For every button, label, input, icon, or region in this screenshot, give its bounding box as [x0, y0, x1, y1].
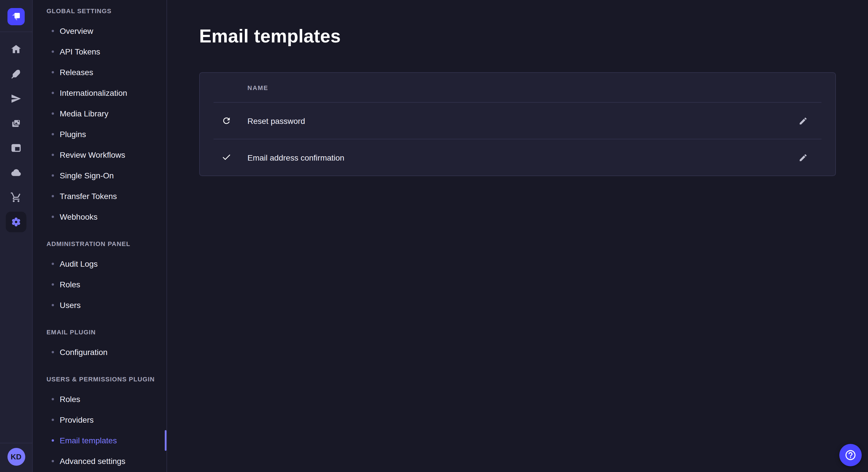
subnav-item-roles[interactable]: Roles — [33, 389, 166, 409]
subnav-item-label: Advanced settings — [60, 457, 125, 466]
subnav-item-users[interactable]: Users — [33, 295, 166, 315]
app-window: KD GLOBAL SETTINGSOverviewAPI TokensRele… — [0, 0, 868, 472]
active-item-indicator — [165, 430, 166, 451]
bullet-icon — [52, 92, 54, 94]
feather-icon — [10, 68, 22, 80]
subnav-item-label: Overview — [60, 26, 93, 36]
subnav-item-label: Internationalization — [60, 88, 127, 98]
subnav-item-media-library[interactable]: Media Library — [33, 103, 166, 124]
rail-item-layout[interactable] — [6, 138, 26, 158]
subnav-item-providers[interactable]: Providers — [33, 409, 166, 430]
bullet-icon — [52, 304, 54, 306]
subnav-item-email-templates[interactable]: Email templates — [33, 430, 166, 451]
subnav-item-label: Webhooks — [60, 212, 98, 222]
home-icon — [10, 43, 22, 55]
settings-gear-icon — [10, 216, 22, 228]
icon-rail: KD — [0, 0, 33, 472]
subnav-item-roles[interactable]: Roles — [33, 274, 166, 295]
bullet-icon — [52, 283, 54, 285]
paper-plane-icon — [10, 93, 22, 104]
email-templates-table: NAME Reset passwordEmail address confirm… — [199, 72, 836, 176]
layout-icon — [10, 142, 22, 154]
subnav-item-single-sign-on[interactable]: Single Sign-On — [33, 165, 166, 186]
table-row-reset-password[interactable]: Reset password — [200, 103, 835, 139]
page-title: Email templates — [199, 25, 836, 47]
subnav-section-email-plugin: EMAIL PLUGINConfiguration — [33, 328, 166, 363]
section-header: GLOBAL SETTINGS — [33, 7, 166, 15]
template-name: Email address confirmation — [247, 153, 344, 162]
strapi-logo-mark — [9, 9, 24, 24]
bullet-icon — [52, 195, 54, 197]
strapi-logo[interactable] — [7, 8, 25, 25]
shopping-cart-icon — [10, 192, 22, 203]
bullet-icon — [52, 398, 54, 400]
edit-button[interactable] — [794, 111, 812, 130]
rail-divider — [0, 32, 32, 32]
bullet-icon — [52, 460, 54, 462]
edit-button[interactable] — [794, 148, 812, 167]
template-name: Reset password — [247, 116, 305, 125]
subnav-item-label: Roles — [60, 280, 81, 289]
refresh-icon-wrap — [221, 115, 231, 126]
subnav-section-administration-panel: ADMINISTRATION PANELAudit LogsRolesUsers — [33, 240, 166, 315]
bullet-icon — [52, 133, 54, 135]
subnav-item-label: Transfer Tokens — [60, 192, 117, 201]
rail-item-media-library[interactable] — [6, 113, 26, 134]
subnav-item-internationalization[interactable]: Internationalization — [33, 82, 166, 103]
table-header: NAME — [200, 73, 835, 102]
bullet-icon — [52, 351, 54, 353]
bullet-icon — [52, 419, 54, 421]
question-mark-icon — [844, 449, 857, 461]
subnav-item-transfer-tokens[interactable]: Transfer Tokens — [33, 186, 166, 206]
subnav-item-advanced-settings[interactable]: Advanced settings — [33, 451, 166, 471]
check-icon-wrap — [221, 152, 231, 163]
pencil-icon — [799, 153, 808, 162]
bullet-icon — [52, 174, 54, 177]
subnav-item-api-tokens[interactable]: API Tokens — [33, 41, 166, 62]
subnav-section-users-permissions-plugin: USERS & PERMISSIONS PLUGINRolesProviders… — [33, 375, 166, 471]
rail-item-home[interactable] — [6, 39, 26, 60]
subnav-item-label: Plugins — [60, 130, 86, 139]
rail-item-settings-gear[interactable] — [6, 212, 26, 232]
section-header: ADMINISTRATION PANEL — [33, 240, 166, 248]
subnav-section-global-settings: GLOBAL SETTINGSOverviewAPI TokensRelease… — [33, 7, 166, 227]
rail-item-paper-plane[interactable] — [6, 88, 26, 109]
subnav-item-label: Media Library — [60, 109, 108, 118]
bullet-icon — [52, 30, 54, 32]
media-library-icon — [10, 117, 22, 129]
subnav-item-configuration[interactable]: Configuration — [33, 342, 166, 363]
bullet-icon — [52, 50, 54, 53]
cloud-icon — [10, 167, 22, 178]
subnav-item-label: API Tokens — [60, 47, 100, 56]
subnav-item-label: Email templates — [60, 436, 117, 445]
user-avatar[interactable]: KD — [7, 448, 25, 466]
section-header: EMAIL PLUGIN — [33, 328, 166, 336]
section-header: USERS & PERMISSIONS PLUGIN — [33, 375, 166, 383]
rail-item-feather[interactable] — [6, 64, 26, 84]
bullet-icon — [52, 439, 54, 442]
rail-item-cloud[interactable] — [6, 162, 26, 183]
check-icon — [221, 153, 231, 162]
settings-subnav: GLOBAL SETTINGSOverviewAPI TokensRelease… — [33, 0, 167, 472]
bullet-icon — [52, 154, 54, 156]
subnav-item-plugins[interactable]: Plugins — [33, 124, 166, 144]
subnav-item-webhooks[interactable]: Webhooks — [33, 206, 166, 227]
subnav-item-releases[interactable]: Releases — [33, 62, 166, 82]
rail-item-shopping-cart[interactable] — [6, 187, 26, 208]
subnav-item-label: Review Workflows — [60, 150, 125, 160]
subnav-item-audit-logs[interactable]: Audit Logs — [33, 254, 166, 274]
rail-bottom-divider — [0, 443, 32, 443]
subnav-item-overview[interactable]: Overview — [33, 21, 166, 41]
pencil-icon — [799, 116, 808, 125]
subnav-item-label: Single Sign-On — [60, 171, 114, 180]
help-button[interactable] — [839, 444, 862, 466]
refresh-icon — [221, 116, 231, 126]
subnav-item-label: Roles — [60, 395, 81, 404]
bullet-icon — [52, 112, 54, 115]
bullet-icon — [52, 71, 54, 73]
table-row-email-address-confirmation[interactable]: Email address confirmation — [200, 139, 835, 175]
column-header-name: NAME — [247, 84, 268, 91]
subnav-item-label: Audit Logs — [60, 259, 98, 268]
subnav-item-label: Releases — [60, 68, 93, 77]
subnav-item-review-workflows[interactable]: Review Workflows — [33, 144, 166, 165]
